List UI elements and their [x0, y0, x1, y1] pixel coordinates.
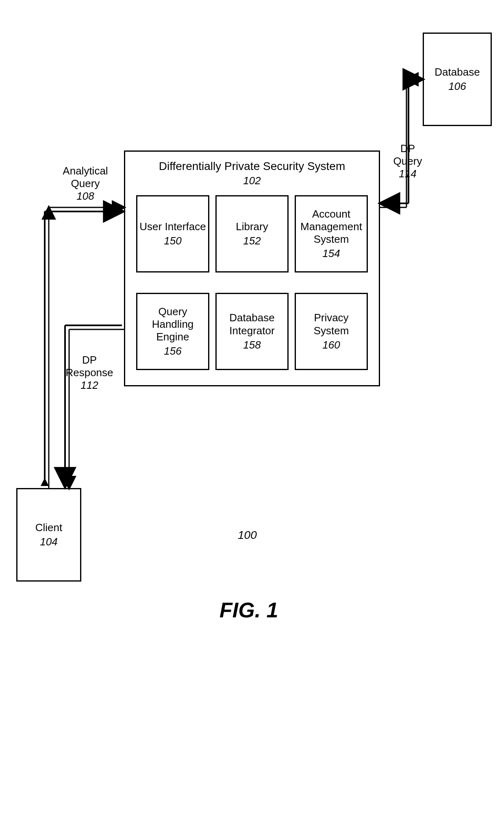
figure-number: 100 [238, 529, 257, 542]
library-title: Library [236, 220, 268, 233]
client-ref: 104 [40, 536, 57, 548]
database-title: Database [434, 66, 480, 78]
database-integrator-ref: 158 [243, 339, 261, 351]
user-interface-title: User Interface [139, 220, 206, 233]
database-ref: 106 [448, 80, 466, 93]
privacy-system-box: Privacy System 160 [295, 293, 368, 370]
privacy-system-title: Privacy System [298, 312, 365, 337]
client-title: Client [35, 521, 62, 534]
dp-security-system-ref: 102 [127, 174, 377, 187]
dp-query-label: DP Query 114 [389, 142, 426, 181]
database-box: Database 106 [423, 33, 492, 126]
dp-response-label: DP Response 112 [61, 354, 118, 392]
account-management-ref: 154 [322, 247, 340, 260]
library-box: Library 152 [215, 195, 289, 272]
library-ref: 152 [243, 235, 261, 247]
user-interface-ref: 150 [164, 235, 181, 247]
figure-canvas: Differentially Private Security System 1… [0, 0, 504, 839]
privacy-system-ref: 160 [322, 339, 340, 351]
account-management-box: Account Management System 154 [295, 195, 368, 272]
query-handling-engine-title: Query Handling Engine [139, 305, 206, 344]
query-handling-engine-box: Query Handling Engine 156 [136, 293, 209, 370]
account-management-title: Account Management System [298, 208, 365, 246]
database-integrator-title: Database Integrator [218, 312, 286, 337]
client-box: Client 104 [16, 488, 81, 582]
svg-marker-7 [41, 478, 49, 486]
query-handling-engine-ref: 156 [164, 345, 181, 357]
dp-security-system-title: Differentially Private Security System [159, 160, 345, 172]
analytical-query-label: Analytical Query 108 [55, 165, 116, 203]
database-integrator-box: Database Integrator 158 [215, 293, 289, 370]
user-interface-box: User Interface 150 [136, 195, 209, 272]
figure-label: FIG. 1 [219, 598, 278, 622]
